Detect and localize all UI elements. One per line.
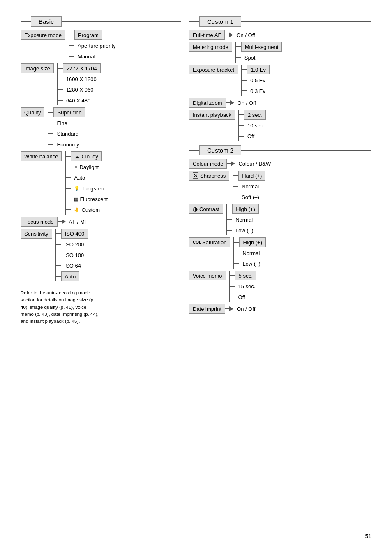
option-high-sat: High (+)	[239, 237, 266, 247]
sun-icon: ✳	[74, 164, 78, 170]
option-standard: Standard	[53, 129, 82, 139]
arrow-icon	[62, 219, 66, 224]
list-item: Multi-segment	[236, 42, 282, 52]
playback-options: 2 sec. 10 sec. Off	[239, 110, 268, 141]
list-item: High (+)	[227, 204, 259, 214]
metering-mode-group: Metering mode Multi-segment Spot	[189, 42, 371, 63]
colour-mode-group: Colour mode Colour / B&W	[189, 159, 371, 169]
list-item: ☁Cloudy	[66, 151, 111, 161]
contrast-connector: High (+) Normal Low (–)	[223, 204, 259, 235]
arrow-icon	[229, 32, 233, 37]
sharpness-connector: Hard (+) Normal Soft (–)	[229, 171, 265, 202]
option-on-off-date: On / Off	[233, 304, 258, 314]
option-2sec: 2 sec.	[244, 110, 266, 120]
option-on-off-fullaf: On / Off	[233, 30, 258, 40]
option-low-sat: Low (–)	[239, 259, 263, 269]
full-time-af-label: Full-time AF	[189, 30, 225, 40]
image-size-group: Image size 2272 X 1704 1600 X 1200	[21, 63, 181, 105]
sensitivity-connector: ISO 400 ISO 200 ISO 100 ISO 64	[52, 229, 88, 281]
list-item: Off	[239, 131, 268, 141]
list-item: 1.0 Ev	[242, 65, 270, 74]
list-item: ISO 200	[56, 239, 88, 249]
image-size-options: 2272 X 1704 1600 X 1200 1280 X 960	[58, 63, 101, 105]
list-item: Low (–)	[234, 259, 266, 269]
option-iso64: ISO 64	[61, 261, 84, 271]
list-item: Hard (+)	[233, 171, 265, 181]
contrast-icon: ◑	[193, 206, 198, 212]
option-off-voice: Off	[235, 292, 249, 302]
list-item: Auto	[66, 173, 111, 183]
focus-mode-connector: AF / MF	[58, 217, 91, 227]
saturation-icon: COL	[193, 240, 201, 245]
exposure-bracket-group: Exposure bracket 1.0 Ev 0.5 Ev	[189, 65, 371, 96]
list-item: 🤚Custom	[66, 205, 111, 215]
quality-label: Quality	[21, 107, 44, 117]
list-item: Standard	[48, 129, 85, 139]
white-balance-connector: ☁Cloudy ✳Daylight Auto 💡Tungsten	[62, 151, 111, 215]
option-soft: Soft (–)	[238, 192, 263, 202]
saturation-options: High (+) Normal Low (–)	[234, 237, 266, 269]
list-item: 0.5 Ev	[242, 75, 270, 85]
option-custom-wb: 🤚Custom	[71, 205, 103, 215]
list-item: Normal	[234, 248, 266, 258]
date-imprint-label: Date imprint	[189, 304, 225, 314]
bracket-options: 1.0 Ev 0.5 Ev 0.3 Ev	[242, 65, 270, 96]
colour-mode-label: Colour mode	[189, 159, 227, 169]
image-size-connector: 2272 X 1704 1600 X 1200 1280 X 960	[54, 63, 101, 105]
list-item: 15 sec.	[230, 281, 259, 291]
list-item: ▦Fluorescent	[66, 194, 111, 204]
arrow-icon	[229, 306, 233, 311]
custom1-section-header-row: Custom 1	[189, 16, 371, 27]
basic-section-header-row: Basic	[21, 16, 181, 27]
option-program: Program	[74, 30, 102, 40]
sharpness-label: S Sharpness	[189, 171, 229, 181]
custom1-title: Custom 1	[199, 16, 241, 27]
list-item: 1600 X 1200	[58, 74, 101, 84]
option-iso200: ISO 200	[61, 239, 88, 249]
list-item: 640 X 480	[58, 95, 101, 105]
metering-mode-label: Metering mode	[189, 42, 232, 52]
digital-zoom-label: Digital zoom	[189, 98, 226, 108]
quality-options: Super fine Fine Standard Economy	[48, 107, 85, 149]
exposure-mode-connector: Program Aperture priority Manual	[65, 30, 119, 61]
header-line-left	[189, 21, 199, 22]
exposure-bracket-label: Exposure bracket	[189, 65, 238, 74]
basic-title: Basic	[31, 16, 62, 27]
metering-mode-connector: Multi-segment Spot	[232, 42, 282, 63]
list-item: ISO 400	[56, 229, 88, 239]
digital-zoom-group: Digital zoom On / Off	[189, 98, 371, 108]
header-line-right	[62, 21, 181, 22]
main-content: Basic Exposure mode Program Apert	[21, 16, 371, 325]
list-item: Manual	[69, 51, 119, 61]
contrast-label: ◑ Contrast	[189, 204, 223, 214]
option-economy: Economy	[53, 139, 82, 149]
date-imprint-group: Date imprint On / Off	[189, 304, 371, 314]
list-item: 💡Tungsten	[66, 183, 111, 193]
option-640: 640 X 480	[63, 95, 94, 105]
header-line-right	[241, 21, 371, 22]
list-item: 10 sec.	[239, 120, 268, 130]
tungsten-icon: 💡	[74, 186, 80, 191]
contrast-options: High (+) Normal Low (–)	[227, 204, 259, 235]
page-number: 51	[365, 533, 371, 540]
list-item: High (+)	[234, 237, 266, 247]
option-05ev: 0.5 Ev	[247, 75, 269, 85]
voice-memo-connector: 5 sec. 15 sec. Off	[226, 271, 259, 302]
list-item: ISO 64	[56, 261, 88, 271]
quality-group: Quality Super fine Fine	[21, 107, 181, 149]
option-1600: 1600 X 1200	[63, 74, 100, 84]
option-normal-sharpness: Normal	[238, 181, 262, 191]
list-item: Fine	[48, 118, 85, 128]
date-imprint-connector: On / Off	[225, 304, 258, 314]
footer-note: Refer to the auto-recording mode section…	[21, 290, 99, 325]
white-balance-label: White balance	[21, 151, 62, 161]
saturation-connector: High (+) Normal Low (–)	[230, 237, 266, 269]
saturation-group: COL Saturation High (+) Normal	[189, 237, 371, 269]
colour-mode-connector: Colour / B&W	[227, 159, 274, 169]
left-panel: Basic Exposure mode Program Apert	[21, 16, 181, 325]
cloud-icon: ☁	[74, 153, 80, 160]
list-item: 0.3 Ev	[242, 86, 270, 96]
list-item: 2 sec.	[239, 110, 268, 120]
option-iso400: ISO 400	[61, 229, 88, 239]
list-item: Low (–)	[227, 225, 259, 235]
